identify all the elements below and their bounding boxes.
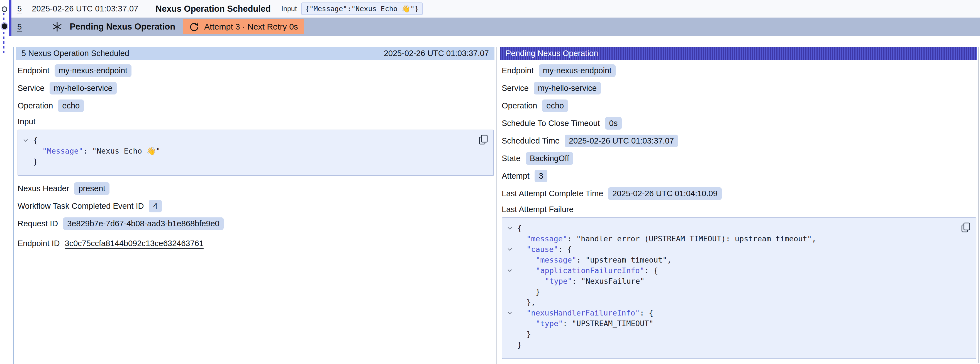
field-row-next-attempt-schedule-time: Next Attempt Schedule Time 2025-02-26 UT… [502,363,977,364]
code-line-content: "cause": { [517,244,572,255]
event-row-scheduled[interactable]: 5 2025-02-26 UTC 01:03:37.07 Nexus Opera… [11,0,980,18]
code-line-content: "type": "UPSTREAM_TIMEOUT" [517,318,654,329]
field-value-badge: my-nexus-endpoint [55,64,132,77]
field-label: Scheduled Time [502,136,560,145]
last-attempt-failure-json-block: {"message": "handler error (UPSTREAM_TIM… [502,217,976,359]
code-line: "message": "upstream timeout", [507,255,956,265]
event-timestamp: 2025-02-26 UTC 01:03:37.07 [32,4,138,13]
field-value-badge: 4 [149,200,162,212]
code-gutter [507,297,517,308]
field-row-request-id: Request ID 3e829b7e-7d67-4b08-aad3-b1e86… [18,215,495,232]
field-label: Last Attempt Complete Time [502,189,603,198]
field-value-badge: my-nexus-endpoint [539,64,616,77]
event-id-link[interactable]: 5 [17,22,22,32]
code-line-content: }, [517,297,536,308]
panel-header-title: Pending Nexus Operation [506,49,598,58]
event-title: Nexus Operation Scheduled [156,4,271,14]
field-label: State [502,154,521,163]
code-line: } [507,340,956,350]
event-row-pending[interactable]: 5 Pending Nexus Operation Attempt 3 · Ne… [11,18,980,36]
field-row-workflow-task-completed-event-id: Workflow Task Completed Event ID 4 [18,197,495,215]
code-line-content: } [517,340,522,350]
timeline-node-open-icon [2,6,7,12]
field-row-operation: Operation echo [18,97,495,115]
code-line-content: } [33,156,38,167]
code-line: }, [507,297,956,308]
copy-icon[interactable] [960,222,971,233]
code-gutter [507,340,517,350]
panel-nexus-operation-scheduled: 5 Nexus Operation Scheduled 2025-02-26 U… [16,47,495,254]
attempt-retry-badge: Attempt 3 · Next Retry 0s [183,19,304,34]
field-value-badge: 3e829b7e-7d67-4b08-aad3-b1e868bfe9e0 [63,217,224,230]
field-row-state: State BackingOff [502,150,977,167]
code-line-content: { [517,223,522,233]
field-row-service: Service my-hello-service [502,80,977,97]
field-value-badge: 0s [605,117,622,129]
field-row-operation: Operation echo [502,97,977,115]
code-line: "type": "NexusFailure" [507,276,956,287]
field-value-badge: 3 [535,170,547,182]
field-row-service: Service my-hello-service [18,80,495,97]
code-gutter [507,287,517,297]
expanded-group-border [13,47,14,364]
field-label: Operation [18,101,53,110]
field-row-endpoint-id: Endpoint ID 3c0c75ccfa8144b092c13ce63246… [18,232,495,254]
field-label: Schedule To Close Timeout [502,119,600,128]
copy-icon[interactable] [478,134,489,145]
code-line: "applicationFailureInfo": { [507,265,956,276]
event-id-link[interactable]: 5 [17,4,22,13]
field-row-attempt: Attempt 3 [502,167,977,185]
field-value-badge: my-hello-service [49,82,117,94]
field-row-endpoint: Endpoint my-nexus-endpoint [18,62,495,80]
timeline-node-current-icon [2,23,7,29]
panel-header: 5 Nexus Operation Scheduled 2025-02-26 U… [16,47,495,60]
field-label: Attempt [502,171,530,180]
code-line-content: } [517,329,531,340]
code-line: } [507,329,956,340]
collapse-chevron-icon[interactable] [507,244,517,255]
code-line-content: } [517,287,540,297]
input-block-label: Input [18,115,495,128]
code-line: } [507,287,956,297]
field-row-scheduled-time: Scheduled Time 2025-02-26 UTC 01:03:37.0… [502,132,977,150]
code-line-content: "nexusHandlerFailureInfo": { [517,308,653,318]
input-preview-chip[interactable]: {"Message":"Nexus Echo 👋"} [301,3,423,15]
pending-asterisk-icon [52,21,62,32]
code-line: "Message": "Nexus Echo 👋" [22,146,474,156]
timeline-active-bar [9,0,11,36]
panel-header-title: 5 Nexus Operation Scheduled [21,49,129,58]
field-value-badge: 2025-02-26 UTC 01:03:37.07 [565,135,678,147]
field-row-nexus-header: Nexus Header present [18,180,495,197]
input-json-block: {"Message": "Nexus Echo 👋"} [18,129,494,176]
input-label: Input [282,5,297,13]
endpoint-id-link[interactable]: 3c0c75ccfa8144b092c13ce632463761 [65,239,204,248]
code-gutter [22,146,33,156]
failure-block-label: Last Attempt Failure [502,202,977,216]
field-value-badge: 2025-02-26 UTC 01:04:10.09 [608,187,721,200]
event-title: Pending Nexus Operation [70,22,175,32]
code-line-content: "message": "handler error (UPSTREAM_TIME… [517,233,816,244]
field-value-badge: present [74,182,110,195]
panel-header-timestamp: 2025-02-26 UTC 01:03:37.07 [384,49,489,58]
code-line-content: "type": "NexusFailure" [517,276,644,287]
field-row-last-attempt-complete-time: Last Attempt Complete Time 2025-02-26 UT… [502,185,977,202]
panel-pending-nexus-operation: Pending Nexus Operation Endpoint my-nexu… [500,47,977,364]
code-gutter [507,233,517,244]
collapse-chevron-icon[interactable] [507,223,517,233]
code-gutter [22,156,33,167]
collapse-chevron-icon[interactable] [507,308,517,318]
code-line: { [22,135,474,146]
vertical-scrollbar[interactable] [978,47,979,363]
collapse-chevron-icon[interactable] [22,135,33,146]
code-gutter [507,318,517,329]
field-label: Endpoint ID [18,239,60,248]
collapse-chevron-icon[interactable] [507,265,517,276]
code-line: "message": "handler error (UPSTREAM_TIME… [507,233,956,244]
field-label: Endpoint [18,66,49,75]
field-row-endpoint: Endpoint my-nexus-endpoint [502,62,977,80]
code-line: "type": "UPSTREAM_TIMEOUT" [507,318,956,329]
field-label: Request ID [18,219,58,228]
field-label: Workflow Task Completed Event ID [18,201,144,211]
state-badge: BackingOff [526,152,573,165]
field-label: Service [502,84,529,93]
